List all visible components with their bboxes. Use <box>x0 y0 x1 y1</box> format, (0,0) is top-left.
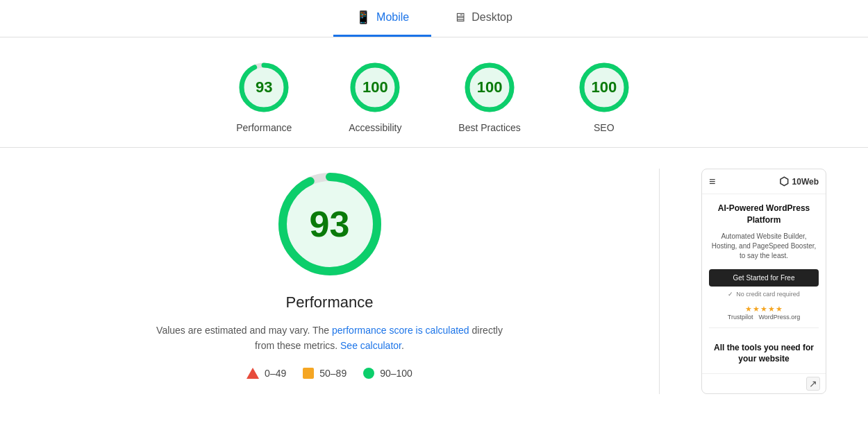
ad-footer: ↗ <box>702 373 826 393</box>
tab-bar: 📱 Mobile 🖥 Desktop <box>0 0 868 37</box>
big-score-label: Performance <box>286 293 374 312</box>
wordpress-badge: WordPress.org <box>758 314 800 321</box>
poor-range: 0–49 <box>265 368 286 379</box>
score-item-performance: 93 Performance <box>236 60 292 133</box>
score-circle-best-practices: 100 <box>462 60 517 115</box>
ad-description: Automated Website Builder, Hosting, and … <box>709 232 819 261</box>
score-item-accessibility: 100 Accessibility <box>347 60 403 133</box>
score-label-seo: SEO <box>594 122 615 133</box>
legend: 0–49 50–89 90–100 <box>247 368 412 379</box>
big-score-value: 93 <box>310 203 350 245</box>
big-score-circle: 93 <box>274 169 385 280</box>
score-value-best-practices: 100 <box>477 78 503 96</box>
tab-mobile-label: Mobile <box>376 11 409 24</box>
poor-icon <box>247 368 259 379</box>
ad-logo-text: 10Web <box>792 177 819 187</box>
perf-score-link[interactable]: performance score is calculated <box>332 325 469 336</box>
ad-trust-badges: Trustpilot WordPress.org <box>709 314 819 321</box>
ad-no-card: ✓ No credit card required <box>709 291 819 298</box>
ad-expand-button[interactable]: ↗ <box>806 377 820 391</box>
legend-good: 90–100 <box>363 368 412 379</box>
ad-header: ≡ ⬡ 10Web <box>702 169 826 194</box>
score-item-best-practices: 100 Best Practices <box>458 60 520 133</box>
ad-logo-icon: ⬡ <box>779 175 789 188</box>
tab-desktop-label: Desktop <box>471 11 512 24</box>
tab-mobile[interactable]: 📱 Mobile <box>333 0 431 37</box>
panel-divider <box>659 169 660 394</box>
score-circle-seo: 100 <box>576 60 632 115</box>
ad-section2-title: All the tools you need for your website <box>709 342 819 366</box>
score-value-seo: 100 <box>591 78 617 96</box>
ad-divider <box>709 327 819 328</box>
good-range: 90–100 <box>380 368 412 379</box>
desktop-icon: 🖥 <box>453 10 466 25</box>
tab-desktop[interactable]: 🖥 Desktop <box>431 1 535 37</box>
ad-title: AI-Powered WordPress Platform <box>709 203 819 226</box>
score-circle-performance: 93 <box>236 60 292 115</box>
needs-improvement-range: 50–89 <box>319 368 347 379</box>
calculator-link[interactable]: See calculator <box>340 340 401 351</box>
score-item-seo: 100 SEO <box>576 60 632 133</box>
ad-section2: All the tools you need for your website <box>702 342 826 374</box>
score-value-accessibility: 100 <box>362 78 388 96</box>
score-label-performance: Performance <box>236 122 292 133</box>
score-value-performance: 93 <box>256 78 272 96</box>
ad-logo: ⬡ 10Web <box>779 175 819 188</box>
mobile-icon: 📱 <box>356 10 371 25</box>
legend-poor: 0–49 <box>247 368 286 379</box>
ad-hamburger-icon[interactable]: ≡ <box>709 176 715 188</box>
needs-improvement-icon <box>303 368 314 379</box>
left-panel: 93 Performance Values are estimated and … <box>42 169 617 394</box>
score-circle-accessibility: 100 <box>347 60 403 115</box>
legend-needs-improvement: 50–89 <box>303 368 347 379</box>
ad-panel: ≡ ⬡ 10Web AI-Powered WordPress Platform … <box>701 169 826 394</box>
ad-stars: ★★★★★ <box>709 305 819 314</box>
description-text: Values are estimated and may vary. The p… <box>156 323 503 354</box>
good-icon <box>363 368 374 379</box>
ad-cta-button[interactable]: Get Started for Free <box>709 269 819 287</box>
main-content: 93 Performance Values are estimated and … <box>0 148 868 415</box>
trustpilot-badge: Trustpilot <box>728 314 753 321</box>
scores-section: 93 Performance 100 Accessibility 100 Bes… <box>0 37 868 148</box>
score-label-best-practices: Best Practices <box>458 122 520 133</box>
score-label-accessibility: Accessibility <box>349 122 401 133</box>
ad-body: AI-Powered WordPress Platform Automated … <box>702 194 826 342</box>
